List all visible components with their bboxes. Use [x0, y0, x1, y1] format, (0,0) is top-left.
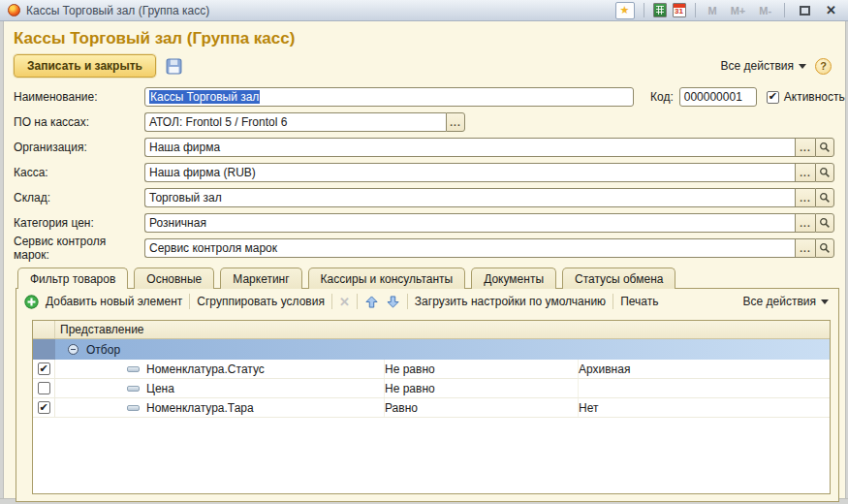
window-titlebar: Кассы Торговый зал (Группа касс) ★ 31 М … — [0, 0, 848, 21]
maximize-button[interactable] — [800, 6, 810, 16]
field-row-name: Наименование: Кассы Торговый зал Код: 00… — [14, 87, 845, 107]
name-label: Наименование: — [14, 90, 144, 104]
command-bar: Записать и закрыть Все действия ? — [14, 54, 845, 78]
row-checkbox[interactable] — [38, 382, 50, 394]
row-checkbox[interactable] — [38, 401, 50, 414]
app-window: Кассы Торговый зал (Группа касс) ★ 31 М … — [0, 0, 848, 504]
choose-button-ellipsis[interactable]: ... — [795, 238, 815, 258]
choose-button-ellipsis[interactable]: ... — [795, 138, 815, 157]
name-input[interactable]: Кассы Торговый зал — [144, 87, 634, 107]
row-condition: Не равно — [385, 360, 579, 378]
price-category-input[interactable]: Розничная — [144, 213, 795, 233]
tab-marketing[interactable]: Маркетинг — [220, 268, 301, 289]
row-condition: Равно — [385, 398, 579, 417]
add-item-icon[interactable] — [24, 295, 39, 309]
tab-cashiers[interactable]: Кассиры и консультанты — [308, 268, 466, 289]
code-input[interactable]: 000000001 — [679, 87, 757, 107]
choose-button-ellipsis[interactable]: ... — [795, 213, 815, 233]
calendar-icon[interactable]: 31 — [673, 2, 686, 19]
tab-main[interactable]: Основные — [134, 268, 214, 289]
load-default-settings-button[interactable]: Загрузить настройки по умолчанию — [415, 295, 606, 308]
all-actions-label: Все действия — [743, 295, 816, 308]
marks-service-label: Сервис контроля марок: — [14, 235, 144, 262]
all-actions-menu-table[interactable]: Все действия — [743, 295, 829, 308]
field-row-pos-software: ПО на кассах: АТОЛ: Frontol 5 / Frontol … — [14, 112, 845, 132]
1c-app-icon — [8, 4, 20, 16]
save-icon[interactable] — [165, 56, 184, 76]
group-row-gutter — [33, 339, 55, 360]
choose-button-ellipsis[interactable]: ... — [795, 163, 815, 182]
memory-plus-button[interactable]: М+ — [727, 5, 750, 16]
header-presentation[interactable]: Представление — [55, 321, 385, 338]
organization-label: Организация: — [14, 141, 144, 154]
add-item-button[interactable]: Добавить новый элемент — [46, 295, 182, 308]
field-item-icon — [127, 386, 140, 392]
table-header-row: Представление — [33, 321, 830, 339]
pos-software-label: ПО на кассах: — [14, 115, 144, 129]
favorites-star-icon[interactable]: ★ — [615, 2, 635, 19]
titlebar-divider — [784, 3, 785, 17]
tab-documents[interactable]: Документы — [471, 268, 556, 289]
cashdesk-input[interactable]: Наша фирма (RUB) — [144, 163, 795, 182]
field-item-icon — [127, 366, 140, 372]
move-down-icon[interactable] — [386, 295, 400, 309]
tab-filter-goods[interactable]: Фильтр товаров — [17, 268, 128, 289]
organization-input[interactable]: Наша фирма — [144, 138, 795, 157]
header-check-column — [33, 321, 55, 338]
header-condition-column — [385, 321, 579, 338]
marks-service-input[interactable]: Сервис контроля марок — [144, 238, 795, 258]
table-row[interactable]: Номенклатура.Статус Не равно Архивная — [33, 360, 830, 379]
pos-software-input[interactable]: АТОЛ: Frontol 5 / Frontol 6 — [144, 112, 446, 132]
warehouse-label: Склад: — [14, 191, 144, 205]
filter-conditions-table: Представление Отбор Номенклатура.Статус — [32, 320, 831, 494]
chevron-down-icon — [821, 299, 829, 304]
print-button[interactable]: Печать — [620, 295, 658, 308]
field-row-warehouse: Склад: Торговый зал ... — [14, 188, 845, 207]
table-row[interactable]: Номенклатура.Тара Равно Нет — [33, 398, 830, 418]
group-conditions-button[interactable]: Сгруппировать условия — [197, 295, 325, 308]
window-border-left — [0, 21, 4, 498]
cashdesk-label: Касса: — [14, 166, 144, 179]
all-actions-menu-top[interactable]: Все действия — [721, 59, 806, 73]
move-up-icon[interactable] — [364, 295, 379, 309]
row-field-name: Номенклатура.Тара — [146, 401, 254, 415]
group-row-selection[interactable]: Отбор — [33, 339, 830, 360]
open-button-magnifier-icon[interactable] — [815, 163, 834, 182]
collapse-minus-icon[interactable] — [68, 344, 79, 355]
open-button-magnifier-icon[interactable] — [815, 213, 834, 233]
table-empty-area — [33, 418, 830, 493]
warehouse-input[interactable]: Торговый зал — [144, 188, 795, 207]
row-field-name: Номенклатура.Статус — [146, 362, 265, 376]
field-row-organization: Организация: Наша фирма ... — [14, 138, 845, 157]
open-button-magnifier-icon[interactable] — [815, 138, 834, 157]
row-checkbox[interactable] — [38, 362, 50, 375]
row-field-name: Цена — [146, 382, 174, 395]
tab-exchange-status[interactable]: Статусы обмена — [562, 268, 675, 289]
field-row-price-category: Категория цен: Розничная ... — [14, 213, 845, 233]
page-title: Кассы Торговый зал (Группа касс) — [14, 29, 845, 48]
calculator-icon[interactable] — [653, 2, 667, 19]
open-button-magnifier-icon[interactable] — [815, 238, 834, 258]
row-value: Нет — [579, 398, 830, 417]
close-button[interactable]: ✕ — [822, 3, 840, 17]
toolbar-divider — [357, 294, 358, 309]
save-and-close-button[interactable]: Записать и закрыть — [14, 54, 156, 78]
form-content: Кассы Торговый зал (Группа касс) Записат… — [4, 21, 845, 498]
filter-toolbar: Добавить новый элемент Сгруппировать усл… — [16, 289, 838, 313]
choose-button-ellipsis[interactable]: ... — [446, 112, 465, 132]
active-checkbox[interactable] — [767, 91, 779, 104]
toolbar-divider — [612, 294, 613, 309]
delete-icon[interactable]: ✕ — [339, 295, 350, 309]
row-value — [579, 379, 830, 397]
field-row-marks-service: Сервис контроля марок: Сервис контроля м… — [14, 238, 845, 258]
chevron-down-icon — [799, 64, 806, 69]
memory-recall-button[interactable]: М — [705, 5, 721, 16]
open-button-magnifier-icon[interactable] — [815, 188, 834, 207]
choose-button-ellipsis[interactable]: ... — [795, 188, 815, 207]
toolbar-divider — [189, 294, 190, 309]
code-label: Код: — [650, 90, 674, 104]
row-condition: Не равно — [385, 379, 579, 397]
memory-minus-button[interactable]: М- — [755, 5, 775, 16]
help-icon[interactable]: ? — [815, 58, 832, 75]
table-row[interactable]: Цена Не равно — [33, 379, 830, 398]
